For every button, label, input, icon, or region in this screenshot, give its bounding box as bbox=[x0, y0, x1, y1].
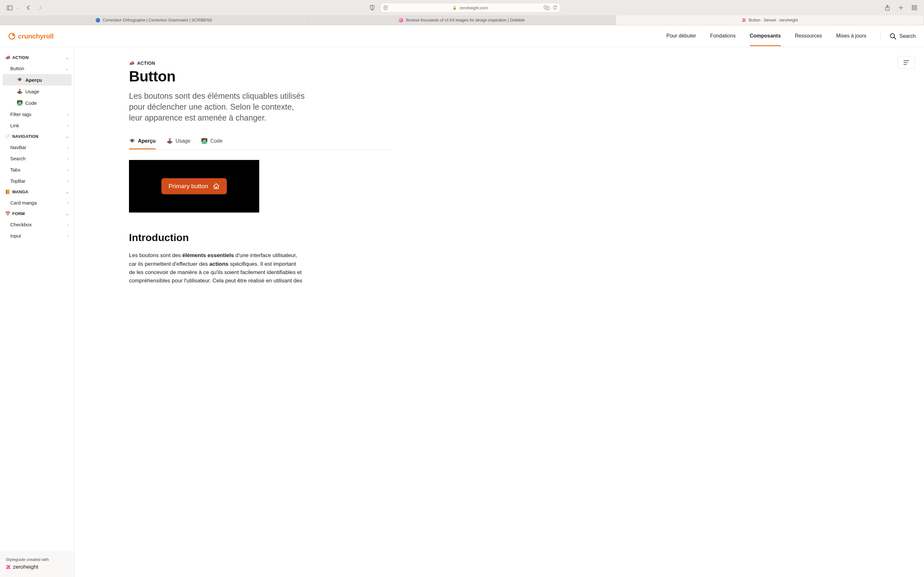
sidebar-item-tabs[interactable]: Tabs › bbox=[3, 164, 71, 175]
chevron-right-icon: › bbox=[67, 222, 68, 227]
home-icon bbox=[213, 183, 220, 190]
sidebar-item-search[interactable]: Search › bbox=[3, 153, 71, 164]
forward-button bbox=[36, 3, 45, 12]
sidebar-item-filter-tags[interactable]: Filter tags › bbox=[3, 109, 71, 120]
privacy-shield-icon[interactable] bbox=[368, 3, 376, 12]
sidebar-sub-label: Code bbox=[25, 100, 37, 106]
back-button[interactable] bbox=[24, 3, 33, 12]
tab-label: Usage bbox=[176, 138, 190, 144]
technologist-icon: 🧑‍💻 bbox=[17, 100, 23, 106]
eye-icon: 👁️ bbox=[17, 77, 23, 83]
text-bold: actions bbox=[210, 261, 229, 267]
sidebar-item-navbar[interactable]: NavBar › bbox=[3, 142, 71, 153]
megaphone-icon: 📣 bbox=[129, 61, 134, 66]
chevron-down-icon: ⌄ bbox=[65, 66, 68, 71]
nav-updates[interactable]: Mises à jours bbox=[836, 26, 866, 46]
svg-rect-13 bbox=[915, 5, 917, 7]
svg-point-17 bbox=[12, 34, 14, 36]
sidebar-group-action[interactable]: 📣ACTION ⌄ bbox=[3, 52, 71, 63]
sidebar-item-link[interactable]: Link › bbox=[3, 120, 71, 131]
chevron-right-icon: › bbox=[67, 201, 68, 205]
zeroheight-icon bbox=[6, 564, 11, 570]
sidebar-group-manga[interactable]: 📙MANGA ⌄ bbox=[3, 187, 71, 197]
brand-logo[interactable]: crunchyroll bbox=[8, 32, 53, 40]
tab-code[interactable]: 🧑‍💻 Code bbox=[201, 135, 222, 149]
footer-brand[interactable]: zeroheight bbox=[6, 564, 68, 570]
favicon-zeroheight bbox=[742, 18, 746, 23]
tab-label: Button · Sensei · zeroheight bbox=[749, 18, 798, 23]
book-icon: 📙 bbox=[5, 189, 10, 194]
tab-label: Code bbox=[210, 138, 222, 144]
chevron-right-icon: › bbox=[67, 156, 68, 161]
favicon-dribbble bbox=[399, 18, 403, 23]
sidebar-item-label: Tabs bbox=[10, 167, 21, 172]
sidebar-footer: Styleguide created with zeroheight bbox=[0, 552, 74, 577]
intro-heading: Introduction bbox=[129, 232, 392, 243]
site-header: crunchyroll Pour débuter Fondations Comp… bbox=[0, 25, 924, 47]
sidebar-sub-apercu[interactable]: 👁️ Aperçu bbox=[3, 74, 71, 85]
main-content: 📣 ACTION Button Les boutons sont des élé… bbox=[74, 47, 924, 577]
translate-icon[interactable]: A bbox=[544, 5, 549, 10]
sidebar-group-form[interactable]: 📅FORM ⌄ bbox=[3, 208, 71, 219]
sidebar-group-navigation[interactable]: 📄NAVIGATION ⌄ bbox=[3, 131, 71, 142]
share-icon[interactable] bbox=[883, 3, 892, 12]
browser-tab-dribbble[interactable]: Browse thousands of UI Kit images for de… bbox=[308, 15, 616, 25]
sidebar-item-input[interactable]: Input › bbox=[3, 230, 71, 242]
tab-apercu[interactable]: 👁️ Aperçu bbox=[129, 135, 156, 149]
primary-button-label: Primary button bbox=[168, 183, 208, 190]
chevron-down-icon: ⌄ bbox=[66, 190, 69, 194]
page-title: Button bbox=[129, 68, 392, 85]
sidebar-group-label: MANGA bbox=[12, 189, 28, 194]
sidebar: 📣ACTION ⌄ Button ⌄ 👁️ Aperçu 🕹️ Usage 🧑‍… bbox=[0, 47, 74, 577]
sidebar-toggle-icon[interactable] bbox=[5, 3, 14, 12]
nav-start[interactable]: Pour débuter bbox=[666, 26, 696, 46]
svg-point-18 bbox=[890, 34, 895, 38]
browser-tab-zeroheight[interactable]: Button · Sensei · zeroheight bbox=[616, 15, 924, 25]
sidebar-item-label: TopBar bbox=[10, 178, 26, 184]
address-url: zeroheight.com bbox=[459, 5, 488, 10]
sidebar-sub-code[interactable]: 🧑‍💻 Code bbox=[3, 97, 71, 109]
sidebar-item-label: Button bbox=[10, 66, 24, 71]
search-button[interactable]: Search bbox=[880, 31, 916, 42]
tab-label: Correcteur Orthographe | Correction Gram… bbox=[103, 18, 212, 23]
primary-button-demo[interactable]: Primary button bbox=[162, 178, 227, 194]
browser-tab-scribens[interactable]: Correcteur Orthographe | Correction Gram… bbox=[0, 15, 308, 25]
toc-button[interactable] bbox=[898, 56, 915, 69]
crunchyroll-icon bbox=[8, 33, 15, 40]
chevron-right-icon: › bbox=[67, 234, 68, 238]
browser-chrome: ⌄ 🔒 zeroheight.com A bbox=[0, 0, 924, 25]
sidebar-group-label: ACTION bbox=[12, 55, 29, 60]
joystick-icon: 🕹️ bbox=[166, 138, 173, 144]
sidebar-item-topbar[interactable]: TopBar › bbox=[3, 175, 71, 187]
chevron-right-icon: › bbox=[67, 123, 68, 128]
tab-usage[interactable]: 🕹️ Usage bbox=[166, 135, 190, 149]
sidebar-toggle-chevron-icon[interactable]: ⌄ bbox=[16, 6, 19, 10]
address-bar[interactable]: 🔒 zeroheight.com A bbox=[381, 3, 560, 13]
nav-foundations[interactable]: Fondations bbox=[710, 26, 735, 46]
svg-point-16 bbox=[9, 33, 15, 39]
sidebar-item-card-manga[interactable]: Card manga › bbox=[3, 197, 71, 208]
search-icon bbox=[890, 33, 896, 39]
browser-toolbar: ⌄ 🔒 zeroheight.com A bbox=[0, 0, 924, 15]
tab-overview-icon[interactable] bbox=[910, 3, 919, 12]
page-icon: 📄 bbox=[5, 134, 10, 139]
sidebar-item-checkbox[interactable]: Checkbox › bbox=[3, 219, 71, 230]
sidebar-sub-label: Aperçu bbox=[25, 77, 42, 83]
reload-icon[interactable] bbox=[553, 5, 557, 10]
intro-paragraph: Les boutons sont des éléments essentiels… bbox=[129, 251, 302, 285]
sidebar-sub-usage[interactable]: 🕹️ Usage bbox=[3, 85, 71, 97]
svg-rect-12 bbox=[912, 5, 914, 7]
tab-label: Aperçu bbox=[138, 138, 156, 144]
nav-resources[interactable]: Ressources bbox=[795, 26, 822, 46]
sidebar-sub-label: Usage bbox=[25, 89, 39, 94]
eye-icon: 👁️ bbox=[129, 138, 136, 144]
chevron-down-icon: ⌄ bbox=[66, 55, 69, 60]
chevron-right-icon: › bbox=[67, 168, 68, 172]
sidebar-item-label: Card manga bbox=[10, 200, 37, 205]
reader-icon[interactable] bbox=[383, 5, 388, 10]
nav-components[interactable]: Composants bbox=[750, 26, 781, 46]
text-fragment: Les boutons sont des bbox=[129, 252, 182, 258]
text-bold: éléments essentiels bbox=[182, 252, 234, 258]
new-tab-icon[interactable] bbox=[897, 3, 905, 12]
sidebar-item-button[interactable]: Button ⌄ bbox=[3, 63, 71, 74]
